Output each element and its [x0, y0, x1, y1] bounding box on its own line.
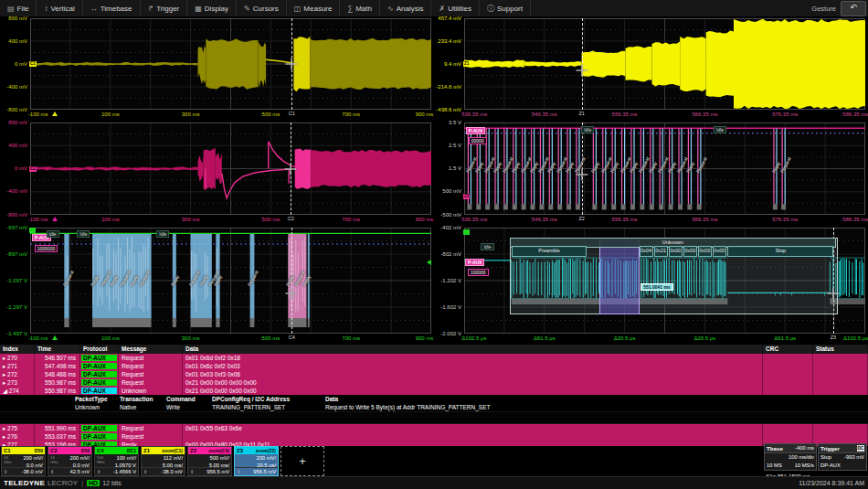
column-header[interactable]: Index [0, 345, 35, 354]
descriptor-id: Z1 [143, 447, 150, 454]
vertical-scale: 112 mV/ [164, 454, 183, 462]
protocol-badge: DP-AUX [81, 433, 117, 440]
plot-z1[interactable]: Z1 [464, 18, 865, 110]
menu-timebase[interactable]: ↔Timebase [83, 0, 141, 16]
menu-file[interactable]: ▤File [0, 0, 37, 16]
menu-utilities[interactable]: ✗Utilities [431, 0, 479, 16]
y-axis-label: -400 mV [0, 84, 27, 90]
menu-cursors[interactable]: ✎Cursors [237, 0, 287, 16]
row-time: 551.990 ms [35, 424, 80, 432]
y-axis-label: 400 mV [0, 38, 27, 45]
cursor-cross[interactable] [285, 163, 297, 175]
grid-z3: UnknownPreambleStop0x040x210x000x000x000… [434, 226, 868, 345]
channel-descriptor-z1[interactable]: Z1zoom(C1)112 mV/5.00 ms/⇕-38.0 mV [141, 446, 185, 476]
column-header[interactable]: Protocol [80, 345, 119, 354]
column-header[interactable]: Data [183, 345, 763, 354]
menu-vertical[interactable]: ↕Vertical [37, 0, 82, 16]
x-axis-label: 576.35 ms [772, 216, 798, 223]
descriptor-coupling: D50 [81, 447, 90, 454]
row-message: Request [119, 370, 183, 378]
level-value: -38.0 mV [161, 469, 183, 474]
channel-descriptor-c4[interactable]: C4DC1500MHz100 mV/1.0970 V⇕-1.4566 V [94, 446, 139, 476]
menu-label: Trigger [156, 5, 179, 13]
descriptor-strip: C1D5016GHz200 mV/0.0 mV⇕-38.0 mVC2D5016G… [1, 446, 324, 476]
table-row[interactable]: ▸ 273550.987 msDP-AUXRequest0x21 0x00 0x… [0, 378, 868, 387]
idle-label: Idle [77, 230, 90, 238]
column-header[interactable]: Status [813, 345, 868, 354]
plot-c2[interactable]: C2 [30, 122, 431, 215]
level-marker-icon: ⇕ [50, 469, 54, 474]
bus-label: P-AUX [465, 259, 485, 266]
level-marker-icon: ⇕ [4, 469, 7, 474]
x-axis-label: Δ20.5 μs [614, 335, 636, 342]
row-status [813, 432, 868, 441]
menu-analysis[interactable]: ∿Analysis [380, 0, 432, 16]
cursor-cross[interactable] [576, 65, 587, 77]
descriptor-coupling: D50 [35, 447, 43, 454]
y-axis-label: 800 mV [0, 16, 27, 22]
plot-c4[interactable]: RequestReplyRequestReplyRequestReplyRequ… [30, 228, 431, 334]
plot-c1[interactable]: C1 [30, 18, 431, 110]
add-trace-button[interactable]: + [281, 446, 324, 476]
table-row[interactable]: ◢ 274550.987 msDP-AUXUnknown0x21 0x00 0x… [0, 387, 868, 395]
menu-support[interactable]: ⓘSupport [480, 0, 531, 16]
decode-byte: 0x00 [683, 246, 697, 257]
channel-descriptor-c1[interactable]: C1D5016GHz200 mV/0.0 mV⇕-38.0 mV [1, 446, 46, 476]
brand-lecroy: LECROY [48, 479, 78, 487]
channel-descriptor-z2[interactable]: Z2zoom(C4)500 mV/5.00 ms/⇕956.5 mV [187, 446, 232, 476]
cursor-label: C1 [288, 111, 296, 117]
cursor-label: C2 [287, 216, 295, 222]
vertical-icon: ↕ [44, 5, 48, 13]
detail-column-header: DPConfigReq / I2C Address [212, 395, 290, 403]
cursor-label: Z2 [577, 216, 585, 222]
menu-math[interactable]: ∑Math [340, 0, 380, 16]
idle-label: Idle [581, 126, 594, 133]
column-header[interactable]: Message [119, 345, 183, 354]
plot-z2[interactable]: RequestReplyRequestReplyRequestReplyRequ… [464, 122, 865, 215]
undo-button[interactable]: ↶ [841, 1, 866, 16]
column-header[interactable]: Time [35, 345, 80, 354]
row-crc [763, 387, 813, 395]
y-axis-label: -1.497 V [0, 331, 27, 337]
row-status [813, 387, 868, 395]
table-row[interactable]: ▸ 275551.990 msDP-AUXRequest0x01 0x55 0x… [0, 424, 868, 432]
cursor-cross[interactable] [286, 58, 298, 70]
trigger-panel[interactable]: Trigger DC Stop -993 mV DP-AUX [818, 443, 867, 471]
channel-descriptor-c2[interactable]: C2D5016GHz200 mV/0.0 mV⇕42.5 mV [48, 446, 92, 476]
timebase-panel[interactable]: Tbase -400 ms 100 ms/div 10 MS 10 MS/s [764, 443, 817, 471]
x-axis-label: Δ61.5 μs [534, 335, 556, 342]
bus-bits-label: 100000 [468, 269, 489, 276]
menu-trigger[interactable]: ↱Trigger [141, 0, 188, 16]
row-crc [763, 432, 813, 441]
dc-coupling-badge: DC [857, 445, 865, 452]
cursor-cross[interactable] [827, 287, 839, 299]
row-crc [763, 362, 813, 370]
detail-column-header: Transaction [120, 395, 153, 403]
vertical-scale: 200 mV/ [69, 454, 90, 462]
x-axis-label: 100 ms [101, 216, 120, 223]
table-row[interactable]: ▸ 272548.488 msDP-AUXRequest0x01 0x03 0x… [0, 370, 868, 378]
y-axis-label: -400 mV [0, 188, 27, 195]
column-header[interactable]: CRC [763, 345, 813, 354]
row-data: 0x01 0x6d 0xf2 0x18 [183, 354, 763, 362]
protocol-badge: DP-AUX [81, 388, 117, 394]
plot-z3[interactable]: UnknownPreambleStop0x040x210x000x000x000… [464, 228, 865, 334]
brand-teledyne: TELEDYNE [4, 479, 45, 487]
x-axis-label: 556.35 ms [612, 111, 638, 118]
decode-byte: 0x04 [640, 246, 653, 257]
x-axis-label: 536.35 ms [461, 111, 487, 118]
grid-c2: C2800 mV400 mV0 mV-400 mV-800 mV-100 ms1… [0, 121, 434, 226]
table-row[interactable]: ▸ 271547.498 msDP-AUXRequest0x01 0x6c 0x… [0, 362, 868, 370]
channel-descriptor-z3[interactable]: Z3zoom(Z2)200 mV/20.5 μs/⇕956.5 mV [234, 446, 279, 476]
y-axis-label: -800 mV [0, 212, 27, 218]
menu-label: Analysis [397, 5, 424, 13]
channel-tag: Z1 [463, 61, 470, 67]
menu-measure[interactable]: ◫Measure [287, 0, 341, 16]
cursor-cross[interactable] [576, 168, 587, 180]
cursor-cross[interactable] [286, 287, 298, 299]
decode-highlight [599, 238, 640, 314]
row-index: ▸ 271 [0, 362, 35, 370]
menu-display[interactable]: ▦Display [187, 0, 237, 16]
table-row[interactable]: ▸ 270546.507 msDP-AUXRequest0x01 0x6d 0x… [0, 354, 868, 362]
table-row[interactable]: ▸ 276553.037 msDP-AUXRequest [0, 432, 868, 441]
